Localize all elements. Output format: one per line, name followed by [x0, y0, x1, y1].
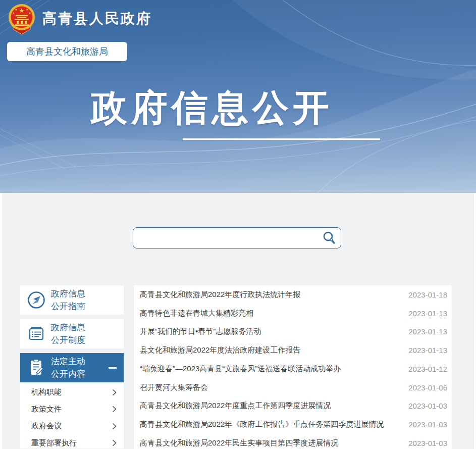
news-date: 2023-01-03	[408, 420, 447, 429]
news-date: 2023-01-13	[408, 327, 447, 336]
label-line2: 公开指南	[51, 302, 85, 311]
news-date: 2023-01-13	[408, 309, 447, 318]
news-item[interactable]: 县文化和旅游局2022年度法治政府建设工作报告 2023-01-13	[134, 341, 452, 360]
sidebar-item-label: 政府信息 公开指南	[51, 287, 85, 313]
national-emblem-icon: ★ ★ ★ ★ ★	[7, 3, 36, 34]
department-button[interactable]: 高青县文化和旅游局	[7, 42, 127, 61]
news-item[interactable]: 高青县文化和旅游局2022年民生实事项目第四季度进展情况 2023-01-03	[134, 434, 452, 449]
label-line1: 政府信息	[51, 323, 85, 332]
search-icon	[322, 231, 336, 245]
label-line1: 法定主动	[51, 357, 85, 366]
main-section: 政府信息 公开指南 政府信息 公开制度	[2, 193, 474, 449]
news-title: 高青县文化和旅游局2022年民生实事项目第四季度进展情况	[140, 438, 399, 448]
news-title: 高青县文化和旅游局2022年度行政执法统计年报	[140, 290, 399, 300]
news-item[interactable]: 高青县文化和旅游局2022年度行政执法统计年报 2023-01-18	[134, 285, 452, 304]
site-header-home-link[interactable]: ★ ★ ★ ★ ★ 高青县人民政府	[7, 3, 152, 34]
sidebar-subitem-policy-documents[interactable]: 政策文件	[20, 401, 124, 418]
svg-text:★: ★	[15, 8, 17, 11]
news-title: 县文化和旅游局2022年度法治政府建设工作报告	[140, 345, 399, 355]
search-box	[133, 227, 341, 248]
sidebar-submenu: 机构职能 政策文件 政府会议	[20, 382, 124, 448]
subitem-label: 重要部署执行	[31, 438, 77, 448]
news-item[interactable]: “瑞兔迎春”—2023高青县“文旅春风”送福送春联活动成功举办 2023-01-…	[134, 360, 452, 378]
chevron-right-icon	[112, 439, 117, 446]
news-date: 2023-01-03	[408, 439, 447, 447]
subitem-label: 政策文件	[31, 405, 62, 414]
chevron-right-icon	[112, 423, 117, 430]
sidebar-item-disclosure-guide[interactable]: 政府信息 公开指南	[20, 285, 124, 315]
sidebar-item-disclosure-system[interactable]: 政府信息 公开制度	[20, 319, 124, 348]
chevron-right-icon	[112, 406, 117, 413]
label-line2: 公开内容	[51, 369, 85, 379]
news-date: 2023-01-18	[408, 290, 447, 299]
label-line2: 公开制度	[51, 335, 85, 345]
compass-icon	[27, 290, 46, 310]
svg-text:★: ★	[19, 7, 25, 14]
page: ★ ★ ★ ★ ★ 高青县人民政府 高青县文化和旅游局 政府信息公开	[0, 0, 476, 449]
news-date: 2023-01-13	[408, 346, 447, 355]
news-title: 召开黄河大集筹备会	[140, 383, 399, 392]
clipboard-pencil-icon	[27, 358, 46, 377]
news-title: 高青县文化和旅游局2022年《政府工作报告》重点任务第四季度进展情况	[140, 420, 399, 429]
banner: ★ ★ ★ ★ ★ 高青县人民政府 高青县文化和旅游局 政府信息公开	[0, 0, 476, 193]
news-list: 高青县文化和旅游局2022年度行政执法统计年报 2023-01-18 高青特色非…	[134, 285, 452, 449]
subitem-label: 机构职能	[31, 387, 62, 397]
news-title: “瑞兔迎春”—2023高青县“文旅春风”送福送春联活动成功举办	[140, 364, 399, 374]
site-name: 高青县人民政府	[42, 9, 152, 28]
sidebar-item-statutory-disclosure[interactable]: 法定主动 公开内容	[20, 353, 124, 382]
news-title: 高青县文化和旅游局2022年度重点工作第四季度进展情况	[140, 401, 399, 411]
subitem-label: 政府会议	[31, 421, 62, 431]
search-button[interactable]	[321, 231, 337, 245]
search-input[interactable]	[133, 227, 341, 248]
sidebar-item-label: 法定主动 公开内容	[51, 355, 85, 380]
news-date: 2023-01-06	[408, 383, 447, 392]
svg-text:★: ★	[26, 8, 28, 11]
collapse-minus-icon[interactable]	[109, 367, 117, 369]
title-underline	[183, 138, 380, 140]
page-title: 政府信息公开	[58, 84, 366, 132]
sidebar: 政府信息 公开指南 政府信息 公开制度	[20, 285, 124, 448]
chevron-right-icon	[112, 389, 117, 396]
news-date: 2023-01-03	[408, 402, 447, 410]
svg-text:★: ★	[12, 12, 15, 15]
news-date: 2023-01-12	[408, 365, 447, 373]
sidebar-subitem-org-functions[interactable]: 机构职能	[20, 384, 124, 401]
news-title: 高青特色非遗在青城大集精彩亮相	[140, 309, 399, 318]
news-item[interactable]: 高青县文化和旅游局2022年度重点工作第四季度进展情况 2023-01-03	[134, 397, 452, 416]
news-item[interactable]: 开展“我们的节日•春节”志愿服务活动 2023-01-13	[134, 323, 452, 341]
regulations-book-icon	[27, 324, 46, 343]
label-line1: 政府信息	[51, 289, 85, 298]
news-item[interactable]: 高青县文化和旅游局2022年《政府工作报告》重点任务第四季度进展情况 2023-…	[134, 415, 452, 434]
sidebar-item-label: 政府信息 公开制度	[51, 321, 85, 346]
department-label: 高青县文化和旅游局	[26, 45, 108, 58]
sidebar-subitem-key-deployments[interactable]: 重要部署执行	[20, 435, 124, 449]
news-item[interactable]: 召开黄河大集筹备会 2023-01-06	[134, 378, 452, 397]
svg-text:★: ★	[28, 12, 31, 15]
news-title: 开展“我们的节日•春节”志愿服务活动	[140, 327, 399, 336]
sidebar-subitem-government-meetings[interactable]: 政府会议	[20, 418, 124, 435]
news-item[interactable]: 高青特色非遗在青城大集精彩亮相 2023-01-13	[134, 304, 452, 323]
